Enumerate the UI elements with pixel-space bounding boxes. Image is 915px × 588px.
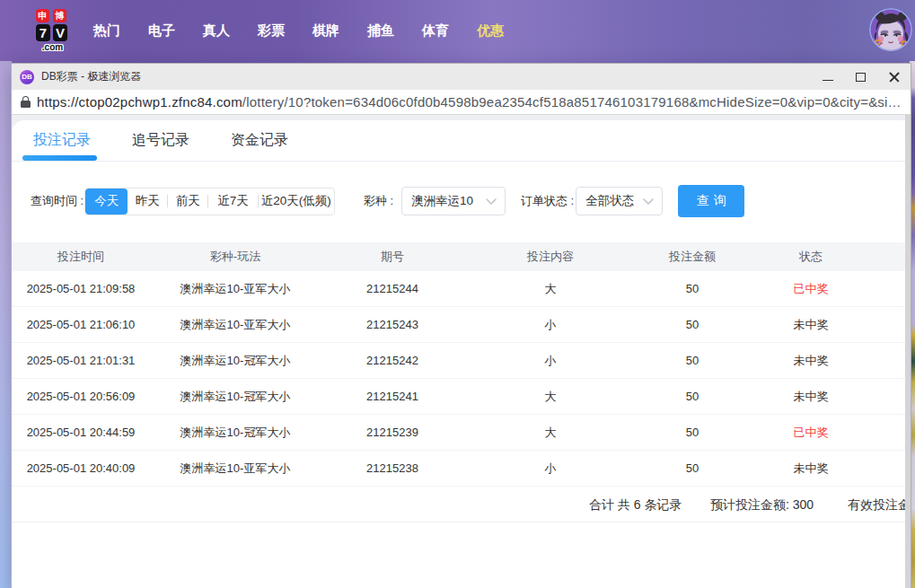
cell-bet-amount: 50	[637, 318, 748, 331]
close-icon	[889, 72, 900, 83]
cell-issue-number: 21215239	[321, 426, 464, 439]
cell-status: 未中奖	[748, 461, 874, 477]
cell-game-play: 澳洲幸运10-亚军大小	[150, 461, 321, 477]
maximize-icon	[856, 73, 866, 82]
nav-item-slots[interactable]: 电子	[148, 22, 175, 39]
tab-bet-records[interactable]: 投注记录	[31, 131, 93, 150]
table-row: 2025-05-01 21:09:58澳洲幸运10-亚军大小21215244大5…	[12, 271, 905, 307]
summary-expected-amount: 预计投注金额: 300	[710, 497, 814, 513]
table-row: 2025-05-01 21:06:10澳洲幸运10-亚军大小21215243小5…	[12, 307, 905, 343]
cell-bet-time: 2025-05-01 20:44:59	[12, 426, 150, 439]
maximize-button[interactable]	[844, 64, 877, 90]
casino-nav: 热门电子真人彩票棋牌捕鱼体育优惠	[93, 0, 504, 61]
record-tabs: 投注记录追号记录资金记录	[12, 120, 905, 162]
summary-valid-amount: 有效投注金额	[848, 497, 911, 513]
time-option-last-7-days[interactable]: 近7天	[208, 189, 258, 215]
cell-game-play: 澳洲幸运10-冠军大小	[150, 389, 321, 405]
minimize-icon	[823, 80, 833, 81]
column-header-bet-time: 投注时间	[12, 249, 150, 265]
browser-window: DB DB彩票 - 极速浏览器 https://ctop02pchwp1.zfn…	[11, 63, 911, 588]
url-path: /lottery/10?token=634d06c0fd0b4598b9ea23…	[242, 94, 902, 110]
table-summary-row: 合计 共 6 条记录 预计投注金额: 300 有效投注金额	[12, 487, 905, 522]
status-select-value: 全部状态	[576, 193, 634, 209]
lottery-filter-label: 彩种 :	[364, 193, 393, 209]
minimize-button[interactable]	[811, 64, 844, 90]
column-header-status: 状态	[748, 249, 874, 265]
cell-status: 未中奖	[748, 317, 874, 333]
cell-game-play: 澳洲幸运10-亚军大小	[150, 281, 321, 297]
cell-bet-time: 2025-05-01 20:40:09	[12, 461, 150, 475]
tab-chase-records[interactable]: 追号记录	[129, 131, 192, 150]
time-option-last-20-days-low-freq[interactable]: 近20天(低频)	[259, 189, 334, 215]
time-filter-label: 查询时间 :	[31, 193, 84, 209]
cell-issue-number: 21215241	[321, 390, 464, 403]
url-text[interactable]: https://ctop02pchwp1.zfnc84.com/lottery/…	[37, 94, 902, 110]
time-option-day-before-yesterday[interactable]: 前天	[168, 189, 207, 215]
cell-bet-content: 小	[464, 353, 637, 369]
logo-v: V	[53, 24, 67, 41]
window-titlebar[interactable]: DB DB彩票 - 极速浏览器	[12, 64, 911, 90]
cell-bet-time: 2025-05-01 20:56:09	[12, 390, 150, 403]
chevron-down-icon	[486, 198, 497, 205]
time-option-today[interactable]: 今天	[85, 189, 128, 215]
cell-game-play: 澳洲幸运10-冠军大小	[150, 425, 321, 441]
nav-item-hot[interactable]: 热门	[93, 22, 120, 39]
avatar-image	[869, 8, 912, 51]
cell-bet-content: 小	[464, 317, 637, 333]
cell-issue-number: 21215244	[321, 282, 464, 295]
active-tab-underline	[22, 155, 97, 161]
cell-bet-amount: 50	[637, 282, 748, 295]
filter-row: 查询时间 : 今天昨天前天近7天近20天(低频) 彩种 : 澳洲幸运10 订单状…	[12, 185, 905, 217]
table-header-row: 投注时间彩种-玩法期号投注内容投注金额状态	[12, 242, 905, 271]
casino-topbar: 申 博 7 V .com 热门电子真人彩票棋牌捕鱼体育优惠	[0, 0, 915, 63]
window-title: DB彩票 - 极速浏览器	[41, 69, 141, 84]
cell-bet-time: 2025-05-01 21:01:31	[12, 354, 150, 367]
window-controls	[811, 64, 911, 90]
column-header-bet-amount: 投注金额	[637, 249, 748, 265]
logo-badge-bo: 博	[53, 9, 66, 22]
nav-item-lottery[interactable]: 彩票	[258, 22, 285, 39]
time-option-yesterday[interactable]: 昨天	[128, 189, 167, 215]
table-row: 2025-05-01 20:40:09澳洲幸运10-亚军大小21215238小5…	[12, 451, 905, 487]
cell-bet-amount: 50	[637, 354, 748, 367]
table-row: 2025-05-01 20:44:59澳洲幸运10-冠军大小21215239大5…	[12, 415, 905, 451]
column-header-issue-number: 期号	[321, 249, 464, 265]
lottery-select-value: 澳洲幸运10	[402, 193, 473, 209]
status-filter-label: 订单状态 :	[521, 193, 574, 209]
query-button[interactable]: 查询	[678, 185, 744, 217]
address-bar[interactable]: https://ctop02pchwp1.zfnc84.com/lottery/…	[12, 90, 911, 115]
summary-total: 合计 共 6 条记录	[589, 497, 682, 513]
lottery-select[interactable]: 澳洲幸运10	[401, 187, 506, 215]
url-origin: https://ctop02pchwp1.zfnc84.com	[37, 94, 242, 110]
site-logo[interactable]: 申 博 7 V .com	[36, 7, 69, 50]
logo-badge-shen: 申	[36, 9, 49, 22]
order-status-select[interactable]: 全部状态	[576, 187, 663, 215]
nav-item-promotions[interactable]: 优惠	[477, 22, 504, 39]
tab-funds-records[interactable]: 资金记录	[228, 131, 291, 150]
user-avatar[interactable]	[869, 8, 912, 51]
nav-item-fishing[interactable]: 捕鱼	[367, 22, 394, 39]
time-range-group: 今天昨天前天近7天近20天(低频)	[84, 188, 335, 215]
table-row: 2025-05-01 21:01:31澳洲幸运10-冠军大小21215242小5…	[12, 343, 905, 379]
table-body: 2025-05-01 21:09:58澳洲幸运10-亚军大小21215244大5…	[12, 271, 905, 487]
bet-records-table: 投注时间彩种-玩法期号投注内容投注金额状态 2025-05-01 21:09:5…	[12, 242, 905, 522]
cell-bet-content: 大	[464, 281, 637, 297]
chevron-down-icon	[643, 198, 654, 205]
screen: 申 博 7 V .com 热门电子真人彩票棋牌捕鱼体育优惠	[0, 0, 915, 588]
nav-item-board-games[interactable]: 棋牌	[312, 22, 339, 39]
cell-bet-content: 大	[464, 389, 637, 405]
close-button[interactable]	[877, 64, 911, 90]
cell-bet-time: 2025-05-01 21:06:10	[12, 318, 150, 331]
favicon-db-icon: DB	[20, 70, 34, 84]
cell-issue-number: 21215238	[321, 461, 464, 475]
cell-issue-number: 21215242	[321, 354, 464, 367]
nav-item-sports[interactable]: 体育	[422, 22, 449, 39]
cell-bet-amount: 50	[637, 390, 748, 403]
cell-game-play: 澳洲幸运10-冠军大小	[150, 353, 321, 369]
cell-bet-content: 大	[464, 425, 637, 441]
cell-status: 未中奖	[748, 389, 874, 405]
cell-status: 已中奖	[748, 425, 874, 441]
nav-item-live-casino[interactable]: 真人	[203, 22, 230, 39]
vertical-scrollbar[interactable]	[905, 115, 911, 588]
cell-bet-amount: 50	[637, 461, 748, 475]
